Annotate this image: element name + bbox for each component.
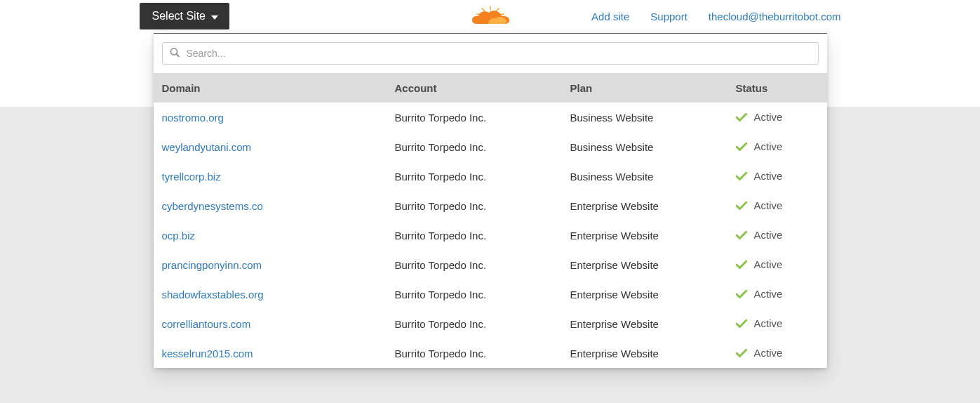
account-cell: Burrito Torpedo Inc. (395, 230, 570, 242)
select-site-label: Select Site (152, 10, 206, 22)
status-text: Active (754, 317, 783, 329)
account-cell: Burrito Torpedo Inc. (395, 259, 570, 271)
status-text: Active (754, 229, 783, 241)
check-icon (736, 319, 747, 328)
svg-line-6 (176, 54, 179, 57)
domain-link[interactable]: ocp.biz (162, 230, 196, 242)
domain-link[interactable]: tyrellcorp.biz (162, 171, 221, 183)
plan-cell: Enterprise Website (570, 259, 736, 271)
check-icon (736, 231, 747, 239)
plan-cell: Business Website (570, 141, 736, 153)
check-icon (736, 290, 747, 298)
account-cell: Burrito Torpedo Inc. (395, 112, 570, 124)
status-text: Active (754, 170, 783, 182)
table-header-row: Domain Account Plan Status (154, 73, 827, 103)
plan-cell: Enterprise Website (570, 348, 736, 359)
account-cell: Burrito Torpedo Inc. (395, 141, 570, 153)
table-row[interactable]: prancingponyinn.comBurrito Torpedo Inc.E… (154, 250, 827, 279)
domain-link[interactable]: kesselrun2015.com (162, 348, 253, 359)
column-header-domain: Domain (162, 82, 395, 94)
plan-cell: Enterprise Website (570, 318, 736, 330)
select-site-button[interactable]: Select Site (140, 3, 229, 29)
support-link[interactable]: Support (650, 11, 687, 22)
table-row[interactable]: nostromo.orgBurrito Torpedo Inc.Business… (154, 103, 827, 132)
svg-line-2 (496, 8, 499, 11)
status-text: Active (754, 199, 783, 211)
column-header-status: Status (736, 82, 819, 94)
check-icon (736, 202, 747, 210)
check-icon (736, 143, 747, 151)
table-row[interactable]: weylandyutani.comBurrito Torpedo Inc.Bus… (154, 132, 827, 161)
table-row[interactable]: cyberdynesystems.coBurrito Torpedo Inc.E… (154, 191, 827, 220)
status-text: Active (754, 111, 783, 123)
domain-link[interactable]: weylandyutani.com (162, 141, 252, 153)
status-text: Active (754, 347, 783, 359)
account-cell: Burrito Torpedo Inc. (395, 289, 570, 300)
plan-cell: Business Website (570, 171, 736, 183)
search-input[interactable] (187, 48, 811, 59)
search-icon (170, 48, 180, 60)
table-row[interactable]: shadowfaxstables.orgBurrito Torpedo Inc.… (154, 279, 827, 309)
table-row[interactable]: ocp.bizBurrito Torpedo Inc.Enterprise We… (154, 220, 827, 250)
plan-cell: Business Website (570, 112, 736, 124)
plan-cell: Enterprise Website (570, 230, 736, 242)
status-text: Active (754, 288, 783, 300)
account-cell: Burrito Torpedo Inc. (395, 318, 570, 330)
table-row[interactable]: correlliantours.comBurrito Torpedo Inc.E… (154, 309, 827, 338)
domain-link[interactable]: nostromo.org (162, 112, 224, 124)
check-icon (736, 172, 747, 180)
domain-link[interactable]: cyberdynesystems.co (162, 200, 263, 212)
column-header-account: Account (395, 82, 570, 94)
status-text: Active (754, 258, 783, 270)
check-icon (736, 113, 747, 121)
check-icon (736, 349, 747, 357)
svg-line-1 (482, 8, 485, 11)
domain-link[interactable]: prancingponyinn.com (162, 259, 262, 271)
plan-cell: Enterprise Website (570, 200, 736, 212)
account-cell: Burrito Torpedo Inc. (395, 200, 570, 212)
account-email-link[interactable]: thecloud@theburritobot.com (709, 11, 841, 22)
table-row[interactable]: tyrellcorp.bizBurrito Torpedo Inc.Busine… (154, 161, 827, 191)
account-cell: Burrito Torpedo Inc. (395, 171, 570, 183)
add-site-link[interactable]: Add site (591, 11, 629, 22)
column-header-plan: Plan (570, 82, 736, 94)
status-text: Active (754, 140, 783, 152)
site-selector-panel: Domain Account Plan Status nostromo.orgB… (154, 33, 827, 368)
caret-down-icon (211, 10, 218, 22)
account-cell: Burrito Torpedo Inc. (395, 348, 570, 359)
plan-cell: Enterprise Website (570, 289, 736, 300)
table-row[interactable]: kesselrun2015.comBurrito Torpedo Inc.Ent… (154, 338, 827, 368)
check-icon (736, 260, 747, 269)
domain-link[interactable]: shadowfaxstables.org (162, 289, 264, 300)
cloudflare-logo-icon (468, 4, 513, 27)
domain-link[interactable]: correlliantours.com (162, 318, 251, 330)
